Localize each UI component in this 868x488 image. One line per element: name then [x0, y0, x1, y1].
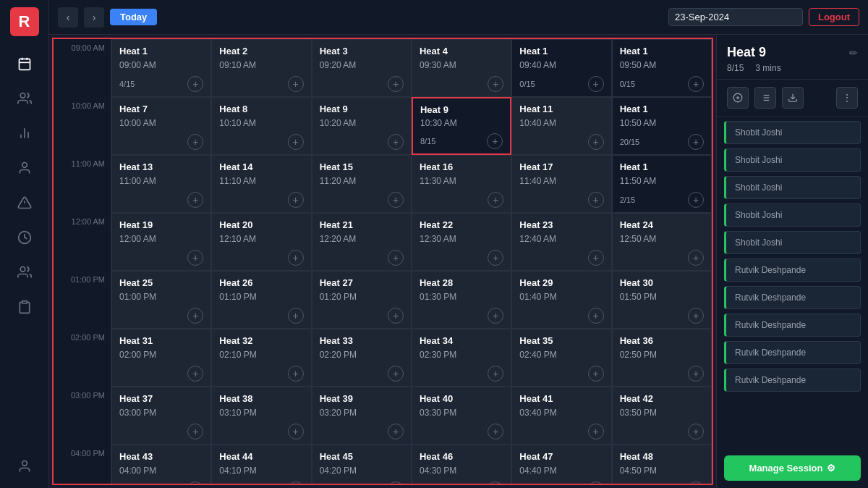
heat-add-button[interactable]: + — [288, 424, 304, 439]
heat-add-button[interactable]: + — [588, 366, 604, 382]
heat-add-button[interactable]: + — [288, 308, 304, 324]
heat-cell[interactable]: Heat 1411:10 AM+ — [211, 155, 311, 213]
heat-add-button[interactable]: + — [388, 76, 404, 92]
heat-add-button[interactable]: + — [187, 76, 203, 92]
heat-cell[interactable]: Heat 2601:10 PM+ — [211, 271, 311, 329]
heat-add-button[interactable]: + — [388, 250, 404, 266]
heat-add-button[interactable]: + — [187, 250, 203, 266]
heat-cell[interactable]: Heat 3302:20 PM+ — [312, 329, 412, 387]
heat-add-button[interactable]: + — [588, 76, 604, 92]
list-view-button[interactable] — [754, 87, 776, 109]
heat-cell[interactable]: Heat 2212:30 AM+ — [412, 213, 511, 271]
heat-cell[interactable]: Heat 2012:10 AM+ — [211, 213, 311, 271]
heat-cell[interactable]: Heat 4304:00 PM+ — [111, 445, 211, 485]
prev-button[interactable]: ‹ — [58, 7, 78, 28]
sidebar-item-group[interactable] — [10, 258, 39, 287]
participant-item[interactable]: Shobit Joshi — [724, 176, 861, 199]
heat-add-button[interactable]: + — [388, 308, 404, 324]
heat-cell[interactable]: Heat 4003:30 PM+ — [412, 387, 511, 445]
participant-item[interactable]: Shobit Joshi — [724, 148, 861, 172]
heat-add-button[interactable]: + — [388, 366, 404, 382]
heat-cell[interactable]: Heat 109:00 AM4/15+ — [111, 39, 211, 97]
heat-cell[interactable]: Heat 3102:00 PM+ — [111, 329, 211, 387]
sidebar-item-alert[interactable] — [10, 188, 39, 217]
heat-add-button[interactable]: + — [488, 250, 503, 266]
participant-item[interactable]: Rutvik Deshpande — [724, 258, 861, 282]
heat-add-button[interactable]: + — [288, 192, 304, 208]
heat-add-button[interactable]: + — [288, 250, 304, 266]
heat-add-button[interactable]: + — [388, 192, 404, 208]
heat-add-button[interactable]: + — [488, 481, 503, 485]
heat-cell[interactable]: Heat 2112:20 AM+ — [312, 213, 412, 271]
heat-cell[interactable]: Heat 3202:10 PM+ — [211, 329, 311, 387]
heat-cell[interactable]: Heat 1110:40 AM+ — [511, 97, 611, 155]
sidebar-item-calendar[interactable] — [10, 49, 39, 78]
heat-cell[interactable]: Heat 3402:30 PM+ — [412, 329, 511, 387]
heat-add-button[interactable]: + — [688, 76, 704, 92]
heat-cell[interactable]: Heat 111:50 AM2/15+ — [612, 155, 712, 213]
heat-cell[interactable]: Heat 910:20 AM+ — [312, 97, 412, 155]
heat-cell[interactable]: Heat 3502:40 PM+ — [511, 329, 611, 387]
more-options-button[interactable]: ⋮ — [836, 87, 858, 109]
sidebar-item-timer[interactable] — [10, 223, 39, 252]
heat-cell[interactable]: Heat 710:00 AM+ — [111, 97, 211, 155]
heat-add-button[interactable]: + — [488, 76, 503, 92]
heat-cell[interactable]: Heat 3903:20 PM+ — [312, 387, 412, 445]
date-input[interactable] — [668, 8, 803, 26]
heat-cell[interactable]: Heat 4504:20 PM+ — [312, 445, 412, 485]
heat-add-button[interactable]: + — [588, 134, 604, 150]
heat-add-button[interactable]: + — [187, 366, 203, 382]
participant-item[interactable]: Shobit Joshi — [724, 231, 861, 254]
logout-button[interactable]: Logout — [809, 8, 859, 26]
heat-cell[interactable]: Heat 3703:00 PM+ — [111, 387, 211, 445]
heat-cell[interactable]: Heat 910:30 AM8/15+ — [412, 97, 511, 155]
participant-item[interactable]: Rutvik Deshpande — [724, 369, 861, 392]
sidebar-item-users[interactable] — [10, 84, 39, 113]
heat-cell[interactable]: Heat 2501:00 PM+ — [111, 271, 211, 329]
heat-cell[interactable]: Heat 1711:40 AM+ — [511, 155, 611, 213]
sidebar-item-person[interactable] — [10, 452, 39, 481]
heat-cell[interactable]: Heat 3803:10 PM+ — [211, 387, 311, 445]
heat-add-button[interactable]: + — [388, 134, 404, 150]
heat-add-button[interactable]: + — [588, 192, 604, 208]
heat-cell[interactable]: Heat 2801:30 PM+ — [412, 271, 511, 329]
heat-cell[interactable]: Heat 1511:20 AM+ — [312, 155, 412, 213]
heat-cell[interactable]: Heat 4704:40 PM+ — [511, 445, 611, 485]
heat-cell[interactable]: Heat 1311:00 AM+ — [111, 155, 211, 213]
heat-cell[interactable]: Heat 110:50 AM20/15+ — [612, 97, 712, 155]
heat-add-button[interactable]: + — [588, 250, 604, 266]
heat-add-button[interactable]: + — [488, 192, 503, 208]
add-participant-button[interactable] — [727, 87, 749, 109]
heat-cell[interactable]: Heat 4203:50 PM+ — [612, 387, 712, 445]
heat-add-button[interactable]: + — [488, 308, 503, 324]
heat-add-button[interactable]: + — [388, 424, 404, 439]
today-button[interactable]: Today — [110, 9, 157, 25]
heat-add-button[interactable]: + — [487, 133, 503, 149]
heat-cell[interactable]: Heat 4604:30 PM+ — [412, 445, 511, 485]
heat-cell[interactable]: Heat 2412:50 AM+ — [612, 213, 712, 271]
heat-add-button[interactable]: + — [588, 481, 604, 485]
heat-add-button[interactable]: + — [688, 308, 704, 324]
heat-add-button[interactable]: + — [688, 134, 704, 150]
sidebar-item-chart[interactable] — [10, 119, 39, 148]
heat-add-button[interactable]: + — [688, 366, 704, 382]
heat-cell[interactable]: Heat 109:50 AM0/15+ — [612, 39, 712, 97]
edit-icon[interactable]: ✏ — [849, 47, 858, 59]
heat-cell[interactable]: Heat 2312:40 AM+ — [511, 213, 611, 271]
heat-add-button[interactable]: + — [688, 250, 704, 266]
heat-cell[interactable]: Heat 4404:10 PM+ — [211, 445, 311, 485]
heat-add-button[interactable]: + — [288, 134, 304, 150]
heat-add-button[interactable]: + — [688, 424, 704, 439]
heat-add-button[interactable]: + — [187, 134, 203, 150]
next-button[interactable]: › — [84, 7, 104, 28]
heat-add-button[interactable]: + — [187, 308, 203, 324]
heat-add-button[interactable]: + — [488, 366, 503, 382]
participant-item[interactable]: Shobit Joshi — [724, 121, 861, 144]
heat-cell[interactable]: Heat 2901:40 PM+ — [511, 271, 611, 329]
participant-item[interactable]: Shobit Joshi — [724, 203, 861, 227]
heat-cell[interactable]: Heat 1611:30 AM+ — [412, 155, 511, 213]
participant-item[interactable]: Rutvik Deshpande — [724, 341, 861, 364]
heat-cell[interactable]: Heat 2701:20 PM+ — [312, 271, 412, 329]
heat-add-button[interactable]: + — [688, 192, 704, 208]
heat-add-button[interactable]: + — [288, 76, 304, 92]
